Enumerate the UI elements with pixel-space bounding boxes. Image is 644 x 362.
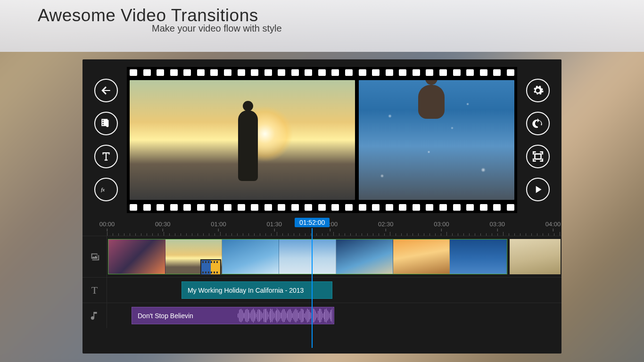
track-rows: T My Working Holiday In California - 201… bbox=[83, 236, 561, 328]
video-thumb[interactable] bbox=[336, 239, 393, 274]
fx-icon: fx bbox=[100, 183, 112, 196]
ruler-label: 01:30 bbox=[266, 221, 282, 228]
preview-frame-a bbox=[130, 80, 355, 200]
video-clip[interactable] bbox=[510, 239, 561, 274]
ruler-label: 00:00 bbox=[99, 221, 115, 228]
ruler-label: 03:00 bbox=[434, 221, 449, 228]
left-toolbar: fx bbox=[89, 79, 123, 201]
video-track-header[interactable] bbox=[83, 236, 107, 277]
video-editor-panel: fx bbox=[83, 59, 561, 354]
timeline-ruler[interactable]: 01:52:00 00:0000:3001:0001:3002:0002:300… bbox=[83, 218, 561, 236]
ruler-tick: 04:00 bbox=[545, 221, 561, 231]
timeline-area: 01:52:00 00:0000:3001:0001:3002:0002:300… bbox=[83, 218, 561, 354]
right-toolbar bbox=[521, 79, 555, 201]
photo-stack-icon bbox=[90, 252, 100, 262]
undo-button[interactable] bbox=[526, 112, 550, 135]
audio-track-body[interactable]: Don't Stop Believin bbox=[107, 303, 561, 328]
minor-ticks bbox=[107, 231, 560, 236]
ruler-tick: 01:00 bbox=[211, 221, 226, 231]
header-title: Awesome Video Transitions bbox=[38, 6, 644, 25]
svg-text:fx: fx bbox=[101, 187, 105, 192]
playhead[interactable]: 01:52:00 bbox=[295, 218, 330, 227]
back-arrow-icon bbox=[100, 84, 112, 97]
text-track-body[interactable]: My Working Holiday In California - 2013 bbox=[107, 278, 561, 303]
ruler-tick: 03:00 bbox=[434, 221, 449, 231]
film-content bbox=[127, 78, 517, 202]
back-button[interactable] bbox=[94, 79, 118, 102]
video-thumb[interactable] bbox=[450, 239, 507, 274]
gear-icon bbox=[532, 84, 544, 97]
settings-button[interactable] bbox=[526, 79, 550, 102]
preview-frame-b bbox=[359, 80, 514, 200]
ruler-tick: 02:30 bbox=[378, 221, 394, 231]
video-thumb[interactable] bbox=[393, 239, 450, 274]
fullscreen-button[interactable] bbox=[526, 145, 550, 168]
undo-icon bbox=[532, 117, 544, 130]
video-track-body[interactable] bbox=[107, 236, 561, 277]
text-track: T My Working Holiday In California - 201… bbox=[83, 277, 561, 303]
ruler-tick: 00:00 bbox=[99, 221, 115, 231]
text-clip[interactable]: My Working Holiday In California - 2013 bbox=[182, 281, 332, 299]
video-thumb[interactable] bbox=[108, 239, 165, 274]
text-clip-label: My Working Holiday In California - 2013 bbox=[188, 287, 304, 294]
sprocket-row-bottom bbox=[127, 202, 517, 213]
playhead-time: 01:52:00 bbox=[295, 218, 330, 227]
ruler-tick: 03:30 bbox=[489, 221, 505, 231]
preview-filmstrip bbox=[127, 67, 517, 213]
fullscreen-icon bbox=[532, 150, 544, 163]
video-clip-strip[interactable] bbox=[108, 239, 507, 274]
ruler-label: 01:00 bbox=[211, 221, 226, 228]
text-button[interactable] bbox=[94, 145, 118, 168]
text-track-header[interactable]: T bbox=[83, 278, 107, 303]
ruler-label: 04:00 bbox=[545, 221, 561, 228]
audio-track: Don't Stop Believin bbox=[83, 303, 561, 328]
audio-clip-label: Don't Stop Believin bbox=[138, 312, 193, 320]
media-button[interactable] bbox=[94, 112, 118, 135]
play-button[interactable] bbox=[526, 178, 550, 201]
video-track bbox=[83, 236, 561, 277]
preview-row: fx bbox=[83, 59, 561, 218]
ruler-label: 03:30 bbox=[489, 221, 505, 228]
audio-clip[interactable]: Don't Stop Believin bbox=[132, 307, 334, 324]
waveform-icon bbox=[238, 307, 332, 324]
transition-icon[interactable] bbox=[200, 259, 221, 275]
ruler-label: 02:30 bbox=[378, 221, 394, 228]
text-t-icon bbox=[100, 150, 112, 163]
sprocket-row-top bbox=[127, 67, 517, 78]
header-subtitle: Make your video flow with style bbox=[152, 23, 644, 34]
music-note-icon bbox=[90, 311, 100, 321]
play-icon bbox=[532, 183, 544, 196]
promo-header: Awesome Video Transitions Make your vide… bbox=[0, 0, 644, 52]
video-thumb[interactable] bbox=[279, 239, 336, 274]
audio-track-header[interactable] bbox=[83, 303, 107, 328]
video-thumb[interactable] bbox=[222, 239, 279, 274]
ruler-label: 00:30 bbox=[155, 221, 171, 228]
fx-button[interactable]: fx bbox=[94, 178, 118, 201]
text-t-icon: T bbox=[91, 284, 98, 296]
ruler-tick: 00:30 bbox=[155, 221, 171, 231]
ruler-tick: 01:30 bbox=[266, 221, 282, 231]
playhead-line bbox=[312, 228, 313, 348]
media-film-music-icon bbox=[100, 117, 112, 130]
